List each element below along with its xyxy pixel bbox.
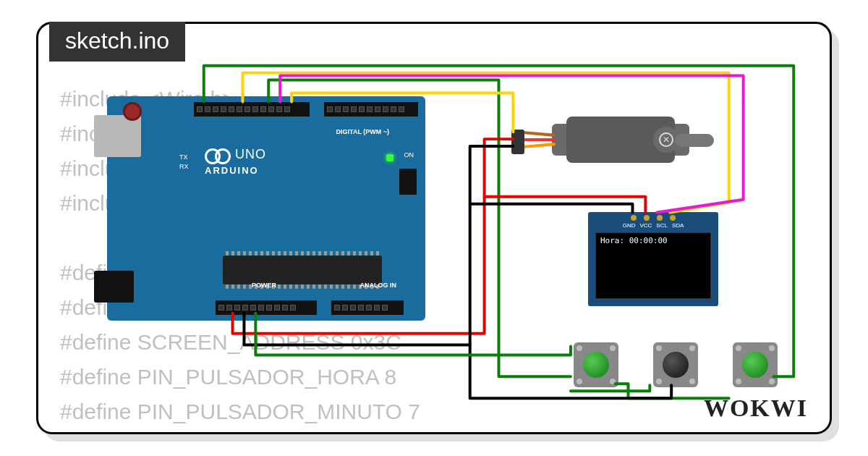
infinity-icon — [205, 148, 231, 161]
oled-pin-row — [631, 215, 676, 221]
oled-pin-labels: GND VCC SCL SDA — [588, 222, 718, 229]
brand-label: ARDUINO — [205, 165, 259, 176]
digital-section-label: DIGITAL (PWM ~) — [336, 128, 389, 135]
model-label: UNO — [235, 147, 266, 162]
servo-lead-wires — [519, 130, 556, 151]
digital-header-right — [324, 102, 418, 117]
oled-display[interactable]: GND VCC SCL SDA Hora: 00:00:00 — [588, 212, 718, 306]
dc-jack-icon — [94, 271, 134, 303]
power-header — [216, 300, 317, 315]
digital-header-left — [194, 102, 310, 117]
atmega-chip-icon — [223, 256, 382, 284]
arduino-logo: UNO — [205, 147, 266, 162]
push-button-minuto[interactable] — [653, 342, 698, 387]
servo-connector-icon — [511, 130, 524, 154]
circuit-canvas[interactable]: UNO ARDUINO ON TX RX DIGITAL (PWM ~) ANA… — [38, 24, 830, 432]
arduino-uno-board[interactable]: UNO ARDUINO ON TX RX DIGITAL (PWM ~) ANA… — [107, 96, 425, 321]
oled-text: Hora: 00:00:00 — [600, 236, 668, 245]
push-button-hora[interactable] — [574, 342, 618, 387]
usb-port-icon — [94, 115, 141, 157]
wokwi-logo: WOKWI — [704, 394, 808, 422]
on-label: ON — [404, 151, 414, 159]
tx-rx-labels: TX RX — [179, 153, 189, 171]
push-button-segundo[interactable] — [733, 342, 778, 387]
filename-text: sketch.ino — [65, 28, 169, 54]
reset-button[interactable] — [123, 102, 142, 121]
analog-header — [331, 300, 404, 315]
diagram-frame: sketch.ino #include <Wire.h> #include #i… — [36, 22, 832, 434]
on-led-icon — [386, 154, 393, 161]
servo-arm-icon — [675, 134, 714, 147]
analog-section-label: ANALOG IN — [360, 282, 397, 289]
servo-motor[interactable]: ✕ — [545, 111, 711, 169]
power-section-label: POWER — [252, 282, 276, 289]
filename-tab: sketch.ino — [49, 22, 185, 62]
oled-screen: Hora: 00:00:00 — [595, 232, 711, 299]
icsp-header-icon — [399, 169, 417, 195]
